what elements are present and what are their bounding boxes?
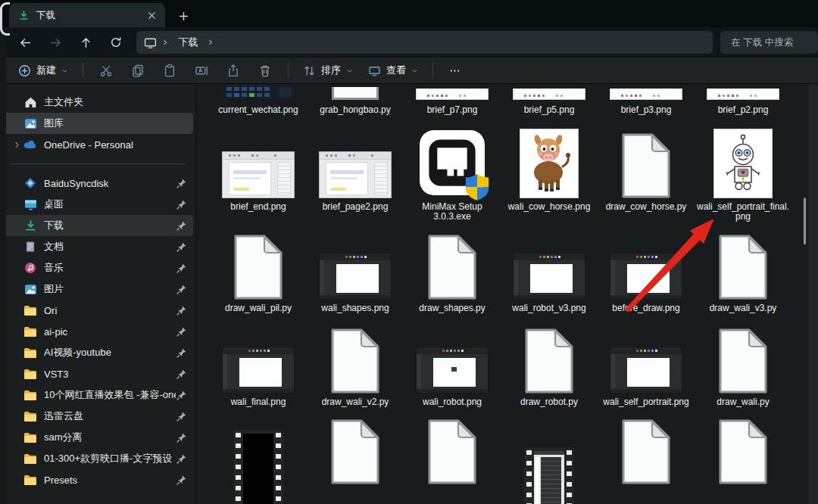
back-button[interactable]	[11, 31, 41, 54]
sidebar-item-ai-pic[interactable]: ai-pic	[2, 321, 193, 342]
refresh-button[interactable]	[101, 31, 131, 54]
file-item[interactable]	[598, 419, 695, 504]
file-item[interactable]: draw_shapes.py	[404, 230, 501, 314]
sidebar-item-presets[interactable]: Presets	[2, 469, 193, 490]
file-item[interactable]: current_wechat.png	[210, 84, 307, 116]
new-tab-button[interactable]	[170, 5, 197, 27]
file-thumbnail-wechat-screenshot	[222, 84, 295, 100]
address-bar[interactable]: 下载	[136, 31, 713, 54]
search-input[interactable]	[720, 31, 818, 54]
sidebar-item-label: ai-pic	[44, 326, 176, 338]
up-button[interactable]	[70, 31, 101, 54]
tab-downloads[interactable]: 下载	[9, 3, 165, 27]
folder-icon	[23, 367, 37, 381]
file-item[interactable]	[307, 419, 404, 504]
pin-icon	[176, 199, 187, 210]
onedrive-cloud-icon	[23, 138, 37, 151]
sidebar-item-jianying-text-presets[interactable]: 01-300+款剪映口播-文字预设	[2, 448, 193, 469]
file-thumbnail-dark-editor-screenshot	[222, 324, 295, 394]
file-item[interactable]: draw_wali_v3.py	[695, 230, 791, 314]
file-label: wali_final.png	[231, 397, 286, 408]
folder-icon	[23, 388, 37, 402]
scrollbar-track[interactable]	[808, 84, 818, 504]
file-item[interactable]	[404, 419, 501, 504]
sidebar-item-desktop[interactable]: 桌面	[2, 194, 193, 215]
new-button[interactable]: 新建	[11, 59, 76, 82]
sidebar-item-onedrive[interactable]: OneDrive - Personal	[2, 134, 193, 155]
share-button[interactable]	[217, 59, 249, 82]
file-item[interactable]: wali_cow_horse.png	[501, 129, 598, 213]
delete-button[interactable]	[249, 59, 281, 82]
address-bar-row: 下载	[0, 27, 818, 58]
tab-close-button[interactable]	[142, 6, 161, 24]
sidebar-item-label: 图片	[44, 282, 176, 296]
copy-button[interactable]	[122, 59, 154, 82]
forward-button[interactable]	[41, 31, 71, 54]
file-item[interactable]	[210, 419, 307, 504]
sidebar-item-documents[interactable]: 文档	[2, 236, 193, 257]
file-item[interactable]	[695, 419, 791, 504]
file-item[interactable]: before_draw.png	[598, 230, 695, 314]
file-thumbnail-python-file	[427, 419, 477, 504]
sidebar-item-home[interactable]: 主文件夹	[2, 92, 193, 113]
file-label: before_draw.png	[612, 303, 679, 314]
file-label: brief_p5.png	[524, 105, 575, 116]
pin-icon	[176, 369, 187, 380]
sidebar-item-downloads[interactable]: 下载	[2, 215, 193, 236]
file-item[interactable]: brief_page2.png	[307, 129, 404, 213]
file-item[interactable]: draw_cow_horse.py	[598, 129, 695, 213]
file-thumbnail-python-file	[427, 230, 477, 300]
sidebar-item-live-effects-pack[interactable]: 10个网红直播效果包 -兼容-one7 使用	[2, 384, 193, 406]
file-item[interactable]: draw_wali_pil.py	[210, 230, 307, 314]
file-item[interactable]: draw_wali_v2.py	[307, 324, 404, 408]
scrollbar-thumb[interactable]	[804, 198, 806, 244]
copy-icon	[131, 64, 145, 77]
file-item[interactable]: grab_hongbao.py	[307, 84, 404, 116]
file-item[interactable]: brief_p3.png	[598, 84, 695, 116]
paste-button[interactable]	[154, 59, 186, 82]
view-button[interactable]: 查看	[361, 59, 426, 82]
file-row	[210, 419, 818, 504]
view-button-label: 查看	[386, 64, 406, 77]
file-label: brief_end.png	[230, 202, 286, 213]
breadcrumb-downloads[interactable]: 下载	[173, 34, 202, 51]
sidebar-item-label: VST3	[44, 369, 176, 380]
chevron-down-icon	[346, 67, 353, 74]
sidebar-item-gallery[interactable]: 图库	[2, 113, 193, 134]
file-item[interactable]: MiniMax Setup 3.0.3.exe	[404, 129, 501, 222]
file-item[interactable]	[501, 419, 598, 504]
download-icon	[18, 10, 30, 21]
cut-button[interactable]	[90, 59, 122, 82]
sidebar-item-ai-video-youtube[interactable]: AI视频-youtube	[2, 342, 193, 363]
rename-button[interactable]	[186, 59, 217, 82]
sidebar-item-baidusyncdisk[interactable]: BaiduSyncdisk	[2, 173, 193, 194]
sidebar-item-music[interactable]: 音乐	[2, 257, 193, 278]
sidebar-item-pictures[interactable]: 图片	[2, 278, 193, 300]
file-thumbnail-dark-editor-screenshot	[610, 230, 682, 300]
file-item[interactable]: brief_p5.png	[501, 84, 598, 116]
file-grid: current_wechat.pnggrab_hongbao.pybrief_p…	[195, 84, 818, 504]
pin-icon	[176, 390, 187, 401]
expand-chevron-icon[interactable]	[10, 141, 23, 149]
file-item[interactable]: draw_robot.py	[501, 324, 598, 408]
file-item[interactable]: brief_p7.png	[404, 84, 501, 116]
file-label: brief_p2.png	[718, 105, 769, 116]
sidebar-item-sam-split[interactable]: sam分离	[2, 427, 193, 448]
file-item[interactable]: wali_self_portrait.png	[598, 324, 695, 408]
file-item[interactable]: wali_self_portrait_final.png	[695, 129, 791, 222]
sidebar-item-xunlei-cloud[interactable]: 迅雷云盘	[2, 406, 193, 427]
file-row: draw_wali_pil.pywali_shapes.pngdraw_shap…	[210, 230, 818, 314]
file-item[interactable]: wali_shapes.png	[307, 230, 404, 314]
file-thumbnail-dark-editor-screenshot	[513, 230, 585, 300]
file-item[interactable]: wali_robot_v3.png	[501, 230, 598, 314]
sidebar-item-ori[interactable]: Ori	[2, 300, 193, 321]
file-item[interactable]: draw_wali.py	[695, 324, 791, 408]
file-item[interactable]: wali_robot.png	[404, 324, 501, 408]
file-item[interactable]: wali_final.png	[210, 324, 307, 408]
sort-button[interactable]: 排序	[295, 59, 361, 82]
file-item[interactable]: brief_p2.png	[695, 84, 791, 116]
sidebar-item-vst3[interactable]: VST3	[2, 363, 193, 384]
file-label: wali_robot_v3.png	[512, 303, 585, 314]
file-item[interactable]: brief_end.png	[210, 129, 307, 213]
more-options-button[interactable]	[440, 59, 469, 82]
